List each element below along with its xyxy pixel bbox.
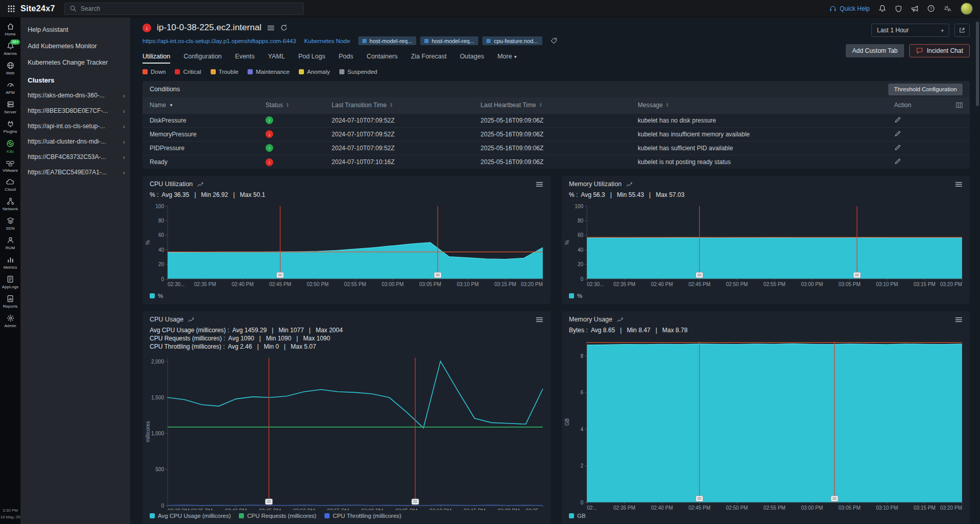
security-status-icon[interactable] [895, 5, 902, 12]
rail-item-label: Admin [4, 324, 16, 328]
column-header-action[interactable]: Action [887, 97, 970, 113]
notifications-icon[interactable] [879, 5, 886, 12]
monitor-tag[interactable]: host-model-req... [420, 36, 478, 45]
svg-text:02:45 PM: 02:45 PM [688, 281, 710, 287]
rail-item-vmware[interactable]: VMware [0, 156, 21, 175]
status-legend-maintenance: Maintenance [248, 69, 290, 75]
tab-pod-logs[interactable]: Pod Logs [298, 53, 325, 64]
chart-menu-icon[interactable] [955, 181, 963, 188]
edit-icon[interactable] [894, 116, 901, 123]
rail-item-applogs[interactable]: AppLogs [0, 272, 21, 292]
cluster-list-item[interactable]: https://CBF4C63732C53A-...› [21, 149, 130, 165]
cluster-list-item[interactable]: https://aks-demo-dns-360-...› [21, 88, 130, 103]
rail-item-reports[interactable]: Reports [0, 292, 21, 311]
condition-message: kubelet has sufficient PID available [630, 141, 887, 155]
column-header-message[interactable]: Message▲▼ [630, 97, 887, 113]
svg-text:02:..: 02:.. [587, 505, 597, 510]
svg-text:02:55 PM: 02:55 PM [764, 281, 786, 287]
tab-zia-forecast[interactable]: Zia Forecast [411, 53, 446, 64]
tag-icon[interactable] [550, 37, 557, 44]
monitor-type-link[interactable]: Kubernetes Node [304, 38, 351, 44]
site24x7-logo[interactable]: Site24x7 [21, 4, 55, 13]
monitor-tag[interactable]: cpu-feature.nod... [482, 36, 542, 45]
quick-help-link[interactable]: Quick Help [829, 5, 870, 12]
rail-item-web[interactable]: Web [0, 58, 21, 78]
rail-item-home[interactable]: Home [0, 19, 21, 39]
threshold-configuration-button[interactable]: Threshold Configuration [888, 84, 963, 95]
rail-item-server[interactable]: Server [0, 97, 21, 117]
legend-label: Critical [183, 69, 201, 75]
tag-square-icon [486, 39, 491, 43]
edit-icon[interactable] [894, 158, 901, 165]
chart-menu-icon[interactable] [536, 181, 543, 188]
edit-icon[interactable] [894, 144, 901, 151]
rail-item-rum[interactable]: RUM [0, 233, 21, 253]
rail-item-apm[interactable]: APM [0, 78, 21, 97]
column-chooser-icon[interactable] [956, 102, 963, 108]
svg-text:03:05 PM: 03:05 PM [839, 505, 861, 510]
rail-item-alarms[interactable]: Alarms35+ [0, 39, 21, 58]
status-legend-suspended: Suspended [339, 69, 377, 75]
rail-item-cloud[interactable]: Cloud [0, 175, 21, 194]
chevron-down-icon: ▾ [514, 54, 517, 59]
svg-text:02:45 PM: 02:45 PM [269, 281, 291, 287]
tab-pods[interactable]: Pods [339, 53, 354, 64]
app-launcher-icon[interactable] [7, 5, 15, 13]
tab-yaml[interactable]: YAML [268, 53, 285, 64]
rail-item-sdn[interactable]: SDN [0, 214, 21, 233]
column-header-last-heartbeat-time[interactable]: Last Heartbeat Time▲▼ [474, 97, 631, 113]
help-icon[interactable]: ? [927, 5, 935, 12]
rail-item-k8s[interactable]: K8s [0, 136, 21, 156]
tab-more[interactable]: More▾ [497, 53, 517, 64]
monitor-list-icon[interactable] [267, 25, 275, 31]
svg-text:03:00 PM: 03:00 PM [382, 281, 404, 287]
search-input[interactable] [80, 5, 298, 12]
rail-item-plugins[interactable]: Plugins [0, 117, 21, 136]
add-custom-tab-button[interactable]: Add Custom Tab [846, 44, 905, 57]
rail-item-network[interactable]: Network [0, 194, 21, 214]
chart-trend-icon [197, 181, 203, 188]
svg-text:20: 20 [158, 261, 165, 267]
cluster-url: https://EA7BCC549E07A1-... [28, 169, 107, 176]
open-in-new-button[interactable] [954, 24, 970, 37]
rail-item-metrics[interactable]: Metrics [0, 253, 21, 272]
left-rail-items: HomeAlarms35+WebAPMServerPluginsK8sVMwar… [0, 19, 21, 331]
language-icon[interactable]: ZA [944, 5, 952, 12]
scrollbar-thumb[interactable] [976, 22, 979, 106]
cluster-list-item[interactable]: https://api-int.os-cls-setup-...› [21, 118, 130, 134]
global-search[interactable] [64, 3, 304, 15]
monitor-tag[interactable]: host-model-req... [358, 36, 416, 45]
rail-item-admin[interactable]: Admin [0, 311, 21, 331]
legend-label: CPU Requests (millicores) [247, 513, 316, 519]
app-root: Site24x7 Quick Help ? ZA HomeAlarms35+We… [0, 0, 980, 524]
tab-label: Zia Forecast [411, 53, 446, 60]
sidebar-item-add-kubernetes-monitor[interactable]: Add Kubernetes Monitor [21, 38, 130, 54]
legend-swatch [339, 69, 344, 74]
legend-item: % [569, 293, 582, 299]
sidebar-item-kubernetes-change-tracker[interactable]: Kubernetes Change Tracker [21, 54, 130, 71]
column-header-name[interactable]: Name▼ [142, 97, 258, 113]
user-avatar[interactable] [961, 3, 973, 15]
announcements-icon[interactable] [911, 5, 918, 12]
sidebar-item-help-assistant[interactable]: Help Assistant [21, 22, 130, 38]
edit-icon[interactable] [894, 130, 901, 137]
time-range-select[interactable]: Last 1 Hour ▾ [871, 24, 949, 37]
rail-item-label: Web [6, 71, 15, 75]
monitor-url-link[interactable]: https://api-int.os-cls-setup.i3ay.p1.ope… [142, 38, 296, 44]
tab-outages[interactable]: Outages [460, 53, 484, 64]
column-header-last-transition-time[interactable]: Last Transition Time▲▼ [324, 97, 474, 113]
refresh-icon[interactable] [280, 24, 288, 31]
chart-menu-icon[interactable] [955, 316, 963, 323]
column-header-status[interactable]: Status▲▼ [258, 97, 324, 113]
chevron-right-icon: › [123, 154, 125, 160]
tab-configuration[interactable]: Configuration [183, 53, 221, 64]
tab-containers[interactable]: Containers [366, 53, 397, 64]
chart-title: Memory Utilization [569, 180, 622, 188]
tab-events[interactable]: Events [235, 53, 255, 64]
tab-utilization[interactable]: Utilization [142, 53, 170, 64]
cluster-list-item[interactable]: https://uat-cluster-dns-mdi-...› [21, 134, 130, 149]
cluster-list-item[interactable]: https://8BEE3D8DE0E7CF-...› [21, 103, 130, 118]
incident-chat-button[interactable]: Incident Chat [909, 44, 970, 57]
chart-menu-icon[interactable] [536, 316, 543, 323]
cluster-list-item[interactable]: https://EA7BCC549E07A1-...› [21, 165, 130, 180]
